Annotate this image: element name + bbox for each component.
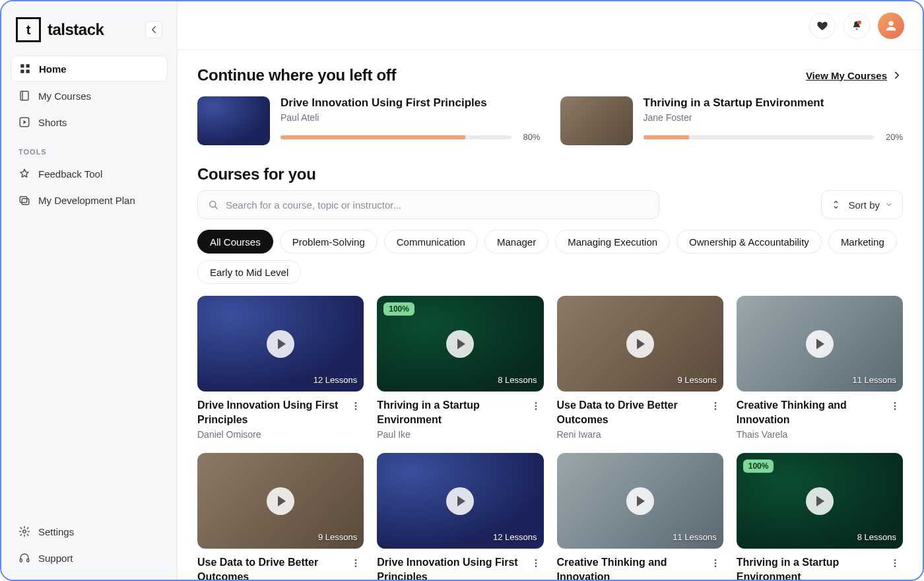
filter-chip-managing-execution[interactable]: Managing Execution — [555, 230, 670, 254]
filter-chip-all-courses[interactable]: All Courses — [197, 230, 273, 254]
sidebar-item-home[interactable]: Home — [11, 55, 168, 82]
filter-chip-manager[interactable]: Manager — [484, 230, 548, 254]
chevron-right-icon — [891, 69, 903, 81]
avatar[interactable] — [878, 13, 904, 39]
play-button[interactable] — [267, 487, 294, 515]
course-thumbnail[interactable]: 9 Lessons — [557, 296, 723, 392]
course-more-button[interactable] — [708, 555, 723, 571]
continue-thumbnail — [197, 96, 270, 145]
search-box[interactable] — [197, 190, 659, 219]
course-card[interactable]: 12 Lessons Drive Innovation Using First … — [197, 296, 364, 440]
course-more-button[interactable] — [348, 555, 364, 571]
course-thumbnail[interactable]: 100% 8 Lessons — [377, 296, 543, 392]
svg-point-30 — [535, 566, 537, 568]
course-more-button[interactable] — [528, 555, 544, 571]
progress-bar — [644, 135, 874, 139]
topbar — [178, 1, 923, 50]
svg-point-24 — [894, 408, 896, 410]
svg-point-35 — [894, 563, 896, 564]
course-card[interactable]: 100% 8 Lessons Thriving in a Startup Env… — [377, 296, 543, 440]
course-card[interactable]: 11 Lessons Creative Thinking and Innovat… — [737, 296, 903, 440]
sidebar-item-shorts[interactable]: Shorts — [11, 110, 168, 135]
sidebar-item-feedback-tool[interactable]: Feedback Tool — [11, 161, 168, 186]
play-button[interactable] — [446, 330, 474, 358]
play-button[interactable] — [267, 330, 294, 358]
play-button[interactable] — [806, 330, 834, 358]
more-vertical-icon — [531, 558, 541, 568]
lessons-count: 9 Lessons — [318, 532, 357, 542]
course-more-button[interactable] — [708, 398, 723, 414]
course-more-button[interactable] — [887, 555, 903, 571]
svg-point-25 — [355, 559, 357, 561]
more-vertical-icon — [350, 401, 361, 411]
continue-card[interactable]: Thriving in a Startup Environment Jane F… — [560, 96, 904, 145]
svg-point-14 — [355, 405, 357, 407]
sort-button[interactable]: Sort by — [821, 190, 903, 219]
svg-point-17 — [535, 405, 537, 407]
course-thumbnail[interactable]: 12 Lessons — [197, 296, 364, 392]
notifications-button[interactable] — [843, 13, 870, 39]
course-thumbnail[interactable]: 12 Lessons — [377, 453, 543, 549]
course-title: Creative Thinking and Innovation — [737, 398, 882, 427]
play-button[interactable] — [806, 487, 834, 515]
view-my-courses-link[interactable]: View My Courses — [806, 69, 903, 81]
course-author: Paul Ike — [377, 429, 522, 440]
continue-course-title: Thriving in a Startup Environment — [644, 96, 904, 110]
course-more-button[interactable] — [528, 398, 544, 414]
filter-chip-marketing[interactable]: Marketing — [828, 230, 897, 254]
sidebar-item-support[interactable]: Support — [11, 545, 168, 570]
course-thumbnail[interactable]: 9 Lessons — [197, 453, 364, 549]
course-author: Thais Varela — [737, 429, 882, 440]
svg-point-29 — [535, 563, 537, 564]
svg-point-20 — [714, 405, 716, 407]
svg-point-22 — [894, 402, 896, 404]
courses-section-title: Courses for you — [197, 165, 903, 184]
svg-rect-10 — [27, 559, 29, 563]
sidebar-item-my-courses[interactable]: My Courses — [11, 83, 168, 108]
course-title: Drive Innovation Using First Principles — [377, 555, 522, 580]
continue-card[interactable]: Drive Innovation Using First Principles … — [197, 96, 541, 145]
course-card[interactable]: 9 Lessons Use Data to Drive Better Outco… — [557, 296, 723, 440]
filter-chip-communication[interactable]: Communication — [384, 230, 478, 254]
more-vertical-icon — [890, 558, 900, 568]
course-thumbnail[interactable]: 100% 8 Lessons — [737, 453, 903, 549]
course-card[interactable]: 12 Lessons Drive Innovation Using First … — [377, 453, 543, 580]
play-icon — [457, 496, 465, 506]
sidebar-item-my-development-plan[interactable]: My Development Plan — [11, 188, 168, 213]
continue-course-title: Drive Innovation Using First Principles — [280, 96, 541, 110]
play-icon — [816, 496, 824, 506]
plan-icon — [18, 194, 30, 206]
progress-percent: 80% — [518, 132, 541, 142]
completion-badge: 100% — [383, 302, 414, 316]
sidebar-item-settings[interactable]: Settings — [11, 519, 168, 544]
play-button[interactable] — [446, 487, 474, 515]
course-title: Thriving in a Startup Environment — [737, 555, 882, 580]
course-card[interactable]: 11 Lessons Creative Thinking and Innovat… — [557, 453, 723, 580]
course-card[interactable]: 9 Lessons Use Data to Drive Better Outco… — [197, 453, 364, 580]
svg-point-21 — [714, 408, 716, 410]
svg-point-18 — [535, 408, 537, 410]
grid-icon — [19, 63, 31, 75]
svg-point-27 — [355, 566, 357, 568]
svg-point-11 — [888, 20, 893, 25]
svg-rect-3 — [26, 70, 30, 73]
play-button[interactable] — [626, 487, 654, 515]
heart-icon — [816, 20, 828, 32]
course-more-button[interactable] — [887, 398, 903, 414]
filter-chip-early-to-mid-level[interactable]: Early to Mid Level — [197, 260, 301, 284]
svg-rect-6 — [20, 197, 27, 203]
play-button[interactable] — [626, 330, 654, 358]
favorites-button[interactable] — [809, 13, 836, 39]
course-thumbnail[interactable]: 11 Lessons — [737, 296, 903, 392]
search-input[interactable] — [226, 199, 649, 211]
course-more-button[interactable] — [348, 398, 364, 414]
course-thumbnail[interactable]: 11 Lessons — [557, 453, 723, 549]
play-icon — [278, 496, 286, 506]
svg-point-36 — [894, 566, 896, 568]
filter-chip-ownership-accountability[interactable]: Ownership & Accountability — [676, 230, 822, 254]
filter-chip-problem-solving[interactable]: Problem-Solving — [280, 230, 378, 254]
sidebar-collapse-button[interactable] — [145, 21, 162, 38]
course-card[interactable]: 100% 8 Lessons Thriving in a Startup Env… — [737, 453, 903, 580]
brand-logo[interactable]: t talstack — [16, 17, 104, 42]
sort-label: Sort by — [848, 199, 880, 211]
